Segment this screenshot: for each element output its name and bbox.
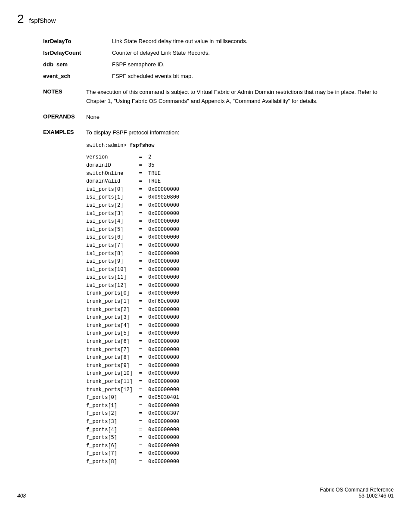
- param-ddb-sem-name: ddb_sem: [43, 61, 112, 68]
- footer-page-number: 408: [17, 493, 26, 499]
- notes-section: NOTES The execution of this command is s…: [43, 88, 394, 106]
- notes-text: The execution of this command is subject…: [86, 88, 394, 106]
- footer-book-info: Fabric OS Command Reference 53-1002746-0…: [320, 487, 394, 499]
- param-lsrdelayto-desc: Link State Record delay time out value i…: [112, 38, 247, 44]
- operands-section: OPERANDS None: [43, 113, 394, 122]
- examples-label: EXAMPLES: [43, 128, 86, 135]
- examples-code-block: version = 2 domainID = 35 switchOnline =…: [86, 153, 394, 466]
- param-ddb-sem-desc: FSPF semaphore ID.: [112, 61, 165, 68]
- chapter-title: fspfShow: [29, 17, 56, 24]
- param-lsrdelaycount-name: lsrDelayCount: [43, 50, 112, 56]
- param-lsrdelaycount-desc: Counter of delayed Link State Records.: [112, 50, 210, 56]
- operands-label: OPERANDS: [43, 113, 86, 120]
- examples-command: fspfshow: [130, 143, 155, 149]
- param-event-sch: event_sch FSPF scheduled events bit map.: [43, 73, 394, 79]
- param-lsrdelayto-name: lsrDelayTo: [43, 38, 112, 44]
- examples-section: EXAMPLES To display FSPF protocol inform…: [43, 128, 394, 466]
- examples-command-line: switch:admin> fspfshow: [86, 142, 394, 150]
- param-event-sch-name: event_sch: [43, 73, 112, 79]
- operands-text: None: [86, 113, 394, 122]
- page-footer: 408 Fabric OS Command Reference 53-10027…: [17, 483, 394, 499]
- footer-book-number: 53-1002746-01: [320, 493, 394, 499]
- content-area: lsrDelayTo Link State Record delay time …: [43, 38, 394, 466]
- notes-label: NOTES: [43, 88, 86, 95]
- page-header: 2 fspfShow: [17, 13, 394, 25]
- page-number: 2: [17, 13, 24, 25]
- params-section: lsrDelayTo Link State Record delay time …: [43, 38, 394, 79]
- examples-prompt: switch:admin>: [86, 143, 130, 149]
- examples-content: To display FSPF protocol information: sw…: [86, 128, 394, 466]
- param-ddb-sem: ddb_sem FSPF semaphore ID.: [43, 61, 394, 68]
- param-lsrdelaycount: lsrDelayCount Counter of delayed Link St…: [43, 50, 394, 56]
- param-event-sch-desc: FSPF scheduled events bit map.: [112, 73, 193, 79]
- footer-book-title: Fabric OS Command Reference: [320, 487, 394, 493]
- param-lsrdelayto: lsrDelayTo Link State Record delay time …: [43, 38, 394, 44]
- examples-intro: To display FSPF protocol information:: [86, 128, 394, 137]
